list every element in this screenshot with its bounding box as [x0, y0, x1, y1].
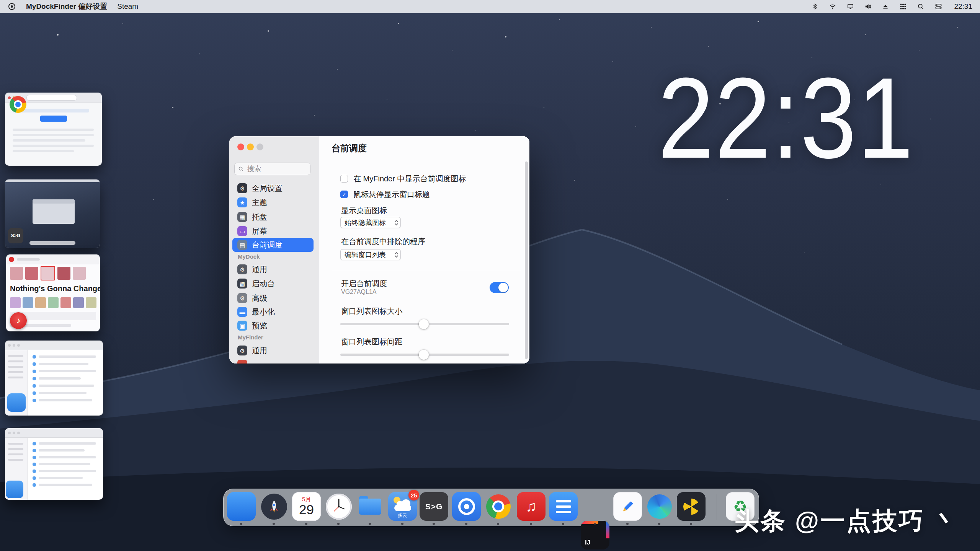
dock-chrome-icon[interactable] [484, 492, 513, 521]
stage-toggle-label: 开启台前调度 [341, 279, 387, 289]
launchpad-icon: ▩ [237, 279, 247, 289]
scrollbar[interactable] [525, 161, 528, 359]
sidebar-item-mydock-general[interactable]: ⚙ 通用 [232, 262, 314, 276]
volume-icon[interactable] [864, 2, 872, 11]
sidebar-item-stage-manager[interactable]: ▤ 台前调度 [232, 238, 314, 252]
edge-icon [647, 494, 672, 519]
bluetooth-icon[interactable] [811, 2, 819, 11]
divider [332, 271, 521, 271]
dock-weather-icon[interactable]: 25 多云 [388, 492, 417, 521]
sidebar-item-clipped[interactable] [232, 358, 314, 364]
icon-size-slider[interactable] [340, 323, 509, 325]
dock-calendar-icon[interactable]: 5月 29 [292, 492, 321, 521]
sidebar-item-global-settings[interactable]: ⚙ 全局设置 [232, 181, 314, 195]
thumb-music-caption: Nothing's Gonna Change My L... [10, 284, 100, 293]
close-button[interactable] [237, 143, 244, 150]
dock-clock-icon[interactable] [324, 492, 353, 521]
folder-badge-icon [6, 481, 23, 498]
gear-icon: ⚙ [237, 264, 247, 274]
preview-icon: ▣ [237, 321, 247, 331]
checkbox-show-in-myfinder[interactable] [340, 175, 348, 183]
sidebar-item-launchpad[interactable]: ▩ 启动台 [232, 277, 314, 290]
stepper-icon [394, 219, 399, 226]
sidebar-item-advanced[interactable]: ⚙ 高级 [232, 291, 314, 305]
thumb-files1-toolbar [5, 341, 103, 350]
dock-notes-icon[interactable] [549, 492, 578, 521]
sidebar-item-preview[interactable]: ▣ 预览 [232, 319, 314, 333]
search-icon[interactable] [916, 2, 925, 11]
minimize-button[interactable] [247, 143, 254, 150]
cloud-icon [394, 505, 411, 511]
chrome-badge-icon [10, 96, 26, 113]
search-input[interactable] [247, 165, 307, 173]
slider-thumb[interactable] [419, 319, 429, 329]
dock-sg-icon[interactable]: S>G [420, 492, 448, 521]
tray-icon: ▦ [237, 212, 247, 222]
dock-idea-icon[interactable]: IJ [581, 521, 609, 549]
sidebar-section-mydock: MyDock [238, 253, 260, 260]
dock-edge-icon[interactable] [645, 492, 674, 521]
sidebar-item-tray[interactable]: ▦ 托盘 [232, 210, 314, 224]
mydockfinder-logo-icon[interactable] [8, 2, 16, 11]
desktop-icons-label: 显示桌面图标 [341, 205, 387, 216]
thumb-files2-toolbar [5, 428, 103, 438]
desktop-clock: 22:31 [658, 60, 914, 175]
icon-size-label: 窗口列表图标大小 [341, 306, 402, 316]
sidebar-item-theme[interactable]: ★ 主题 [232, 196, 314, 209]
dock-separator [717, 494, 717, 520]
pinwheel-icon [683, 499, 699, 515]
menubar-clock: 22:31 [954, 2, 972, 11]
grid-icon[interactable] [899, 2, 907, 11]
watermark: 头条 @一点技巧 丶 [735, 504, 959, 538]
settings-window: ⚙ 全局设置 ★ 主题 ▦ 托盘 ▭ 屏幕 ▤ 台前调度 MyDock ⚙ 通用… [229, 136, 529, 364]
theme-icon: ★ [237, 197, 247, 207]
dock: 5月 29 25 多云 S>G ♫ IJ ♻ [223, 489, 759, 526]
slider-thumb[interactable] [419, 350, 429, 360]
menubar-app-name[interactable]: MyDockFinder 偏好设置 [26, 2, 107, 11]
stage-thumbnail-desktop[interactable]: S>G [5, 179, 100, 248]
exclude-apps-dropdown[interactable]: 编辑窗口列表 [340, 249, 401, 260]
menu-bar: MyDockFinder 偏好设置 Steam 22:31 [0, 0, 980, 13]
ring-icon [458, 498, 475, 515]
screen-icon: ▭ [237, 226, 247, 236]
dock-editor-icon[interactable] [613, 492, 642, 521]
settings-sidebar: ⚙ 全局设置 ★ 主题 ▦ 托盘 ▭ 屏幕 ▤ 台前调度 MyDock ⚙ 通用… [229, 136, 318, 364]
exclude-apps-label: 在台前调度中排除的程序 [341, 236, 425, 247]
eject-icon[interactable] [881, 2, 890, 11]
stage-thumbnail-files-2[interactable] [5, 428, 103, 500]
dock-screen-share-icon[interactable] [452, 492, 481, 521]
clock-face [326, 494, 352, 520]
dock-finder-icon[interactable] [227, 492, 256, 521]
stage-thumbnail-files-1[interactable] [5, 341, 103, 416]
icon-gap-slider[interactable] [340, 354, 509, 356]
sg-badge-icon: S>G [8, 228, 23, 243]
global-settings-icon: ⚙ [237, 183, 247, 193]
stage-thumbnail-browser[interactable] [5, 93, 102, 166]
dock-folder-icon[interactable] [356, 492, 384, 521]
pane-title: 台前调度 [332, 142, 367, 154]
menubar-item-steam[interactable]: Steam [117, 2, 138, 11]
display-icon[interactable] [846, 2, 854, 11]
gear-icon: ⚙ [237, 346, 247, 355]
dock-netease-music-icon[interactable]: ♫ [517, 492, 546, 521]
sidebar-item-myfinder-general[interactable]: ⚙ 通用 [232, 344, 314, 357]
wifi-icon[interactable] [828, 2, 837, 11]
dock-pinwheel-icon[interactable] [677, 492, 706, 521]
search-icon [238, 166, 244, 172]
dock-launchpad-icon[interactable] [260, 492, 288, 521]
checkbox-hover-title[interactable] [340, 191, 348, 198]
advanced-gear-icon: ⚙ [237, 293, 247, 303]
chrome-icon [486, 494, 511, 519]
sidebar-item-minimize[interactable]: ▬ 最小化 [232, 305, 314, 319]
stage-manager-icon: ▤ [237, 240, 247, 250]
stage-toggle[interactable] [490, 282, 509, 293]
stepper-icon [394, 251, 399, 258]
desktop-icons-dropdown[interactable]: 始终隐藏图标 [340, 217, 401, 228]
rocket-icon [261, 494, 287, 520]
search-field[interactable] [234, 163, 310, 175]
minimize-icon: ▬ [237, 307, 247, 317]
sidebar-item-screen[interactable]: ▭ 屏幕 [232, 224, 314, 238]
stage-thumbnail-music[interactable]: Nothing's Gonna Change My L... ♪ [6, 254, 100, 331]
control-center-icon[interactable] [934, 2, 942, 11]
notification-badge: 25 [408, 490, 419, 500]
